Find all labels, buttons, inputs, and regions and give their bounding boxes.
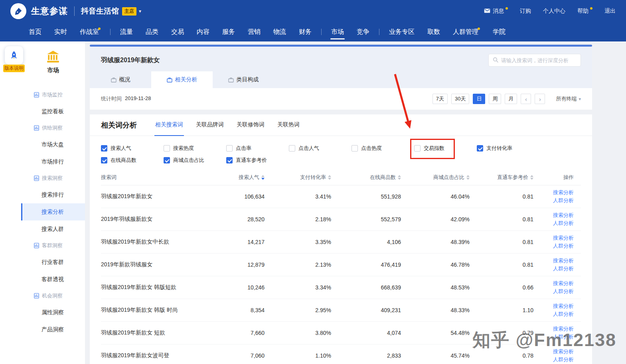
sub-tab-1[interactable]: 相关搜索词 xyxy=(154,114,184,136)
metric-8[interactable]: 在线商品数 xyxy=(101,156,164,165)
nav-item-14[interactable]: 市场 xyxy=(325,22,350,41)
nav-item-11[interactable]: 物流 xyxy=(267,22,292,41)
sidebar-item-7[interactable]: 搜索排行 xyxy=(21,186,85,203)
sort-icon[interactable] xyxy=(530,175,533,180)
nav-item-1[interactable]: 首页 xyxy=(22,22,48,41)
crowd-analysis-link[interactable]: 人群分析 xyxy=(553,356,574,363)
sidebar-item-12[interactable]: 客群透视 xyxy=(21,271,85,288)
search-analysis-link[interactable]: 搜索分析 xyxy=(553,257,574,264)
crowd-analysis-link[interactable]: 人群分析 xyxy=(553,242,574,250)
nav-item-2[interactable]: 实时 xyxy=(48,22,73,41)
header-link-3[interactable]: 个人中心 xyxy=(543,8,565,15)
nav-item-20[interactable]: 学院 xyxy=(486,22,512,41)
nav-item-7[interactable]: 交易 xyxy=(165,22,190,41)
nav-item-6[interactable]: 品类 xyxy=(139,22,165,41)
metric-9[interactable]: 商城点击占比 xyxy=(164,156,226,165)
crowd-analysis-link[interactable]: 人群分析 xyxy=(553,220,574,227)
range-button-3[interactable]: 日 xyxy=(473,94,485,104)
table-header-cell[interactable]: 直通车参考价 xyxy=(470,174,533,181)
sidebar-item-4[interactable]: 市场大盘 xyxy=(21,136,85,153)
tab-3[interactable]: 类目构成 xyxy=(213,71,274,88)
metric-7[interactable]: 支付转化率 xyxy=(477,144,539,153)
table-header-cell[interactable]: 商城点击占比 xyxy=(401,174,470,181)
crowd-analysis-link[interactable]: 人群分析 xyxy=(553,311,574,318)
sidebar-item-15[interactable]: 产品洞察 xyxy=(21,321,85,338)
sidebar-group-label: 机会洞察 xyxy=(42,292,63,299)
sort-icon[interactable] xyxy=(328,175,331,180)
shop-selector[interactable]: 抖音生活馆 主店 ▾ xyxy=(81,6,141,16)
table-header-cell[interactable]: 操作 xyxy=(533,174,581,181)
metric-3[interactable]: 点击率 xyxy=(226,144,289,153)
search-analysis-link[interactable]: 搜索分析 xyxy=(553,189,574,196)
range-button-5[interactable]: 月 xyxy=(505,94,517,104)
keyword-cell: 2019年羽绒服新款女 xyxy=(101,216,215,223)
sort-icon[interactable] xyxy=(398,175,401,180)
sidebar-item-2[interactable]: 监控看板 xyxy=(21,103,85,120)
pager-next-button[interactable]: › xyxy=(535,94,545,104)
search-analysis-link[interactable]: 搜索分析 xyxy=(553,325,574,333)
metric-2[interactable]: 搜索热度 xyxy=(164,144,226,153)
table-header-cell[interactable]: 搜索人气 xyxy=(215,174,265,181)
sub-tab-2[interactable]: 关联品牌词 xyxy=(195,114,225,136)
sidebar-item-label: 搜索人群 xyxy=(41,226,64,233)
header-link-4[interactable]: 帮助 xyxy=(577,8,592,15)
sidebar-group-1[interactable]: 市场监控 xyxy=(21,87,85,103)
nav-item-18[interactable]: 取数 xyxy=(421,22,446,41)
nav-item-9[interactable]: 服务 xyxy=(216,22,241,41)
nav-item-19[interactable]: 人群管理 xyxy=(446,22,486,41)
sort-icon[interactable] xyxy=(466,175,470,180)
nav-item-17[interactable]: 业务专区 xyxy=(383,22,421,41)
crowd-analysis-link[interactable]: 人群分析 xyxy=(553,288,574,295)
header-link-label: 订购 xyxy=(520,8,531,15)
products-cell: 409,231 xyxy=(331,307,401,313)
search-analysis-link[interactable]: 搜索分析 xyxy=(553,303,574,310)
table-header-cell[interactable]: 支付转化率 xyxy=(265,174,331,181)
search-analysis-link[interactable]: 搜索分析 xyxy=(553,212,574,219)
sidebar-item-5[interactable]: 市场排行 xyxy=(21,153,85,170)
terminal-filter[interactable]: 所有终端 ▾ xyxy=(556,95,581,102)
search-analysis-link[interactable]: 搜索分析 xyxy=(553,234,574,242)
pager-prev-button[interactable]: ‹ xyxy=(521,94,531,104)
metric-5[interactable]: 点击热度 xyxy=(352,144,414,153)
crowd-analysis-link[interactable]: 人群分析 xyxy=(553,197,574,204)
range-button-2[interactable]: 30天 xyxy=(451,94,469,104)
sort-icon[interactable] xyxy=(261,175,265,180)
sidebar-item-8[interactable]: 搜索分析 xyxy=(21,203,85,220)
metric-1[interactable]: 搜索人气 xyxy=(101,144,164,153)
nav-item-12[interactable]: 财务 xyxy=(292,22,318,41)
metric-label: 点击热度 xyxy=(361,145,382,152)
nav-item-5[interactable]: 流量 xyxy=(114,22,139,41)
range-button-1[interactable]: 7天 xyxy=(432,94,448,104)
crowd-analysis-link[interactable]: 人群分析 xyxy=(553,333,574,340)
tab-1[interactable]: 概况 xyxy=(90,71,151,88)
nav-item-3[interactable]: 作战室 xyxy=(73,22,107,41)
nav-item-10[interactable]: 营销 xyxy=(241,22,267,41)
search-input[interactable] xyxy=(501,57,577,63)
sidebar-group-13[interactable]: 机会洞察 xyxy=(21,288,85,304)
metric-4[interactable]: 点击人气 xyxy=(289,144,352,153)
nav-item-15[interactable]: 竞争 xyxy=(350,22,376,41)
sidebar-group-10[interactable]: 客群洞察 xyxy=(21,238,85,254)
search-analysis-link[interactable]: 搜索分析 xyxy=(553,348,574,355)
sidebar-item-11[interactable]: 行业客群 xyxy=(21,254,85,271)
metric-6[interactable]: 交易指数 xyxy=(414,144,477,153)
sub-tab-3[interactable]: 关联修饰词 xyxy=(236,114,265,136)
sidebar-item-9[interactable]: 搜索人群 xyxy=(21,220,85,238)
search-analysis-link[interactable]: 搜索分析 xyxy=(553,280,574,287)
sidebar-group-6[interactable]: 搜索洞察 xyxy=(21,170,85,186)
table-header-cell[interactable]: 在线商品数 xyxy=(331,174,401,181)
sub-tab-4[interactable]: 关联热词 xyxy=(276,114,300,136)
sidebar-item-14[interactable]: 属性洞察 xyxy=(21,304,85,321)
range-button-4[interactable]: 周 xyxy=(489,94,501,104)
brand-logo-icon xyxy=(10,3,26,19)
crowd-analysis-link[interactable]: 人群分析 xyxy=(553,265,574,272)
nav-item-8[interactable]: 内容 xyxy=(190,22,216,41)
header-link-1[interactable]: 消息 xyxy=(484,8,508,15)
tab-2[interactable]: 相关分析 xyxy=(151,71,213,88)
version-note[interactable]: 版本说明 xyxy=(3,46,25,72)
metric-10[interactable]: 直通车参考价 xyxy=(226,156,289,165)
header-link-5[interactable]: 退出 xyxy=(604,8,616,15)
sidebar-group-3[interactable]: 供给洞察 xyxy=(21,120,85,136)
table-header-cell[interactable]: 搜索词 xyxy=(101,174,215,181)
header-link-2[interactable]: 订购 xyxy=(520,8,531,15)
